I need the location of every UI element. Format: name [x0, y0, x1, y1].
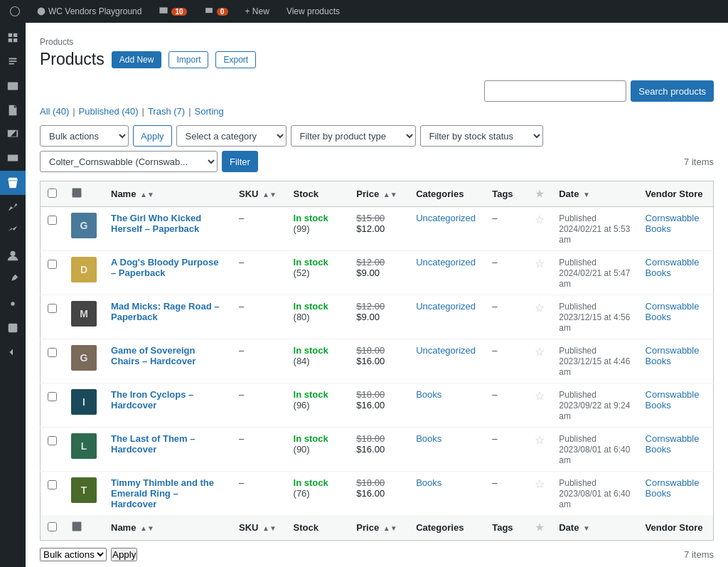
row-checkbox[interactable]: [48, 480, 57, 489]
product-name-link[interactable]: Game of Sovereign Chairs – Hardcover: [111, 345, 196, 366]
vendor-link[interactable]: Cornswabble Books: [646, 433, 700, 455]
product-name-link[interactable]: Timmy Thimble and the Emerald Ring – Har…: [111, 477, 214, 509]
import-button[interactable]: Import: [168, 51, 208, 68]
star-toggle[interactable]: ☆: [535, 258, 545, 270]
product-tags: –: [492, 213, 497, 223]
category-link[interactable]: Books: [416, 477, 441, 488]
row-checkbox[interactable]: [48, 392, 57, 401]
row-tags-cell: –: [485, 383, 528, 428]
product-name-link[interactable]: The Iron Cyclops – Hardcover: [111, 389, 193, 410]
comments-icon-bar[interactable]: 10: [154, 0, 191, 23]
vendor-select[interactable]: Colter_Cornswabble (Cornswab...: [40, 151, 218, 172]
product-name-link[interactable]: Mad Micks: Rage Road – Paperback: [111, 301, 219, 322]
product-name-link[interactable]: A Dog's Bloody Purpose – Paperback: [111, 257, 218, 278]
comment-count-bar[interactable]: 0: [200, 0, 232, 23]
product-sku: –: [239, 213, 244, 223]
select-all-checkbox-bottom[interactable]: [48, 522, 57, 531]
site-name-bar[interactable]: WC Vendors Playground: [33, 0, 146, 23]
category-select[interactable]: Select a category: [176, 125, 287, 147]
sidebar-icon-settings[interactable]: [0, 292, 26, 316]
row-star-cell: ☆: [528, 251, 552, 295]
category-link[interactable]: Books: [416, 389, 441, 400]
product-name-link[interactable]: The Girl Who Kicked Herself – Paperback: [111, 213, 201, 234]
category-link[interactable]: Uncategorized: [416, 213, 476, 223]
filter-button[interactable]: Filter: [222, 151, 258, 172]
sidebar-icon-comments[interactable]: [0, 122, 26, 147]
sidebar-icon-wcvendors[interactable]: [0, 316, 26, 340]
category-link[interactable]: Books: [416, 433, 441, 444]
bulk-actions-select-bottom[interactable]: Bulk actions: [40, 548, 107, 561]
sorting-nav-link[interactable]: Sorting: [195, 106, 224, 117]
col-date-footer[interactable]: Date ▼: [552, 515, 638, 541]
select-all-checkbox[interactable]: [48, 189, 57, 198]
product-type-select[interactable]: Filter by product type: [291, 125, 416, 147]
star-toggle[interactable]: ☆: [535, 434, 545, 446]
row-checkbox[interactable]: [48, 260, 57, 269]
search-products-button[interactable]: Search products: [631, 80, 714, 102]
new-item-bar[interactable]: + New: [241, 0, 274, 23]
wp-logo[interactable]: [6, 0, 24, 23]
trash-nav-link[interactable]: Trash (7): [148, 106, 185, 117]
star-toggle[interactable]: ☆: [535, 390, 545, 402]
svg-point-0: [38, 8, 46, 16]
vendor-link[interactable]: Cornswabble Books: [646, 213, 700, 234]
search-input[interactable]: [484, 80, 626, 102]
sidebar-icon-analytics[interactable]: [0, 195, 26, 219]
col-name-footer[interactable]: Name ▲▼: [104, 515, 232, 541]
sidebar-icon-woocommerce[interactable]: [0, 147, 26, 171]
add-new-button[interactable]: Add New: [112, 51, 162, 68]
sidebar-icon-dashboard[interactable]: [0, 26, 26, 50]
col-star-footer: ★: [528, 515, 552, 541]
product-name-link[interactable]: The Last of Them – Hardcover: [111, 433, 195, 455]
col-sku-header[interactable]: SKU ▲▼: [232, 181, 287, 207]
row-tags-cell: –: [485, 251, 528, 295]
vendor-link[interactable]: Cornswabble Books: [646, 257, 700, 278]
category-link[interactable]: Uncategorized: [416, 345, 476, 356]
all-nav-link[interactable]: All (40): [40, 106, 69, 117]
col-price-header[interactable]: Price ▲▼: [349, 181, 409, 207]
vendor-link[interactable]: Cornswabble Books: [646, 301, 700, 322]
vendor-link[interactable]: Cornswabble Books: [646, 345, 700, 366]
row-checkbox[interactable]: [48, 348, 57, 357]
export-button[interactable]: Export: [215, 51, 256, 68]
col-name-header[interactable]: Name ▲▼: [104, 181, 232, 207]
col-checkbox-footer: [41, 515, 65, 541]
col-tags-footer: Tags: [485, 515, 528, 541]
apply-button-top[interactable]: Apply: [133, 125, 172, 147]
published-nav-link[interactable]: Published (40): [79, 106, 139, 117]
star-header-icon: ★: [535, 189, 544, 199]
product-tags: –: [492, 389, 497, 400]
row-checkbox[interactable]: [48, 304, 57, 313]
sidebar-icon-media[interactable]: [0, 74, 26, 98]
sidebar-icon-users[interactable]: [0, 243, 26, 267]
col-price-footer[interactable]: Price ▲▼: [349, 515, 409, 541]
sidebar-icon-collapse[interactable]: [0, 340, 26, 364]
sidebar-icon-tools[interactable]: [0, 267, 26, 292]
row-price-cell: $18.00 $16.00: [349, 472, 409, 516]
col-date-header[interactable]: Date ▼: [552, 181, 638, 207]
star-toggle[interactable]: ☆: [535, 346, 545, 358]
col-vendor-header: Vendor Store: [638, 181, 714, 207]
star-toggle[interactable]: ☆: [535, 213, 545, 226]
name-sort-icon: ▲▼: [140, 191, 154, 198]
category-link[interactable]: Uncategorized: [416, 257, 476, 267]
product-sku: –: [239, 345, 244, 356]
star-toggle[interactable]: ☆: [535, 302, 545, 314]
star-toggle[interactable]: ☆: [535, 478, 545, 490]
sidebar-icon-products[interactable]: [0, 171, 26, 195]
view-products-bar[interactable]: View products: [282, 0, 344, 23]
row-checkbox[interactable]: [48, 436, 57, 445]
bulk-actions-select[interactable]: Bulk actions: [40, 125, 129, 147]
sidebar-icon-marketing[interactable]: [0, 219, 26, 243]
stock-status-select[interactable]: Filter by stock status: [420, 125, 543, 147]
sidebar-icon-posts[interactable]: [0, 50, 26, 74]
apply-button-bottom[interactable]: Apply: [111, 548, 137, 561]
category-link[interactable]: Uncategorized: [416, 301, 476, 312]
row-thumb-cell: T: [64, 472, 104, 516]
vendor-link[interactable]: Cornswabble Books: [646, 389, 700, 410]
main-content: Products Products Add New Import Export …: [26, 23, 728, 567]
col-sku-footer[interactable]: SKU ▲▼: [232, 515, 287, 541]
sidebar-icon-pages[interactable]: [0, 98, 26, 122]
vendor-link[interactable]: Cornswabble Books: [646, 477, 700, 499]
row-checkbox[interactable]: [48, 216, 57, 225]
